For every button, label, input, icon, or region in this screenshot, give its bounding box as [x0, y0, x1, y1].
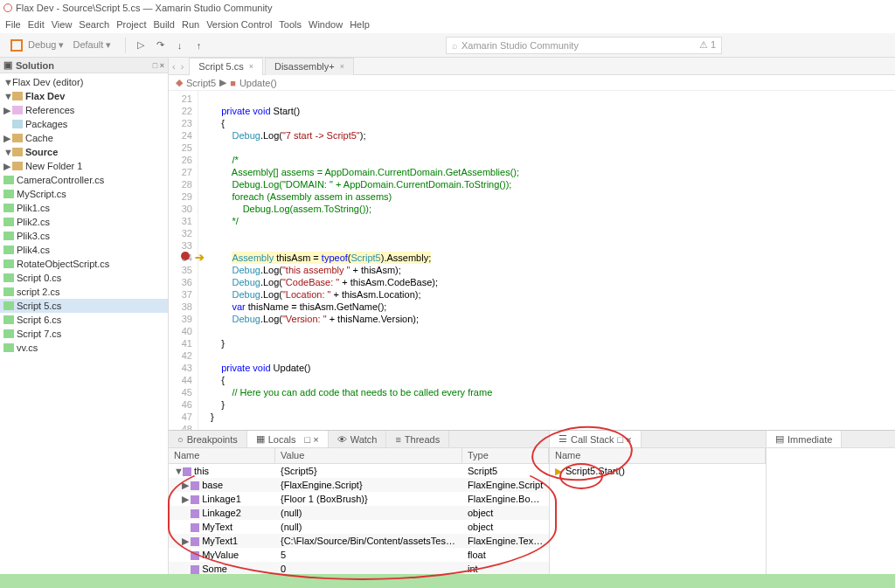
tab-ctrls[interactable]: □ ×: [305, 434, 319, 445]
locals-row[interactable]: MyValue5float: [169, 548, 549, 562]
locals-row[interactable]: ▶MyText1{C:\Flax/Source/Bin/Content/asse…: [169, 534, 549, 548]
cs-file-icon: [3, 190, 14, 198]
locals-row[interactable]: ▶Linkage1{Floor 1 (BoxBrush)}FlaxEngine.…: [169, 492, 549, 506]
locals-row[interactable]: ▼this{Script5}Script5: [169, 464, 549, 478]
tab-immediate[interactable]: ▤Immediate: [767, 431, 842, 447]
tab-callstack[interactable]: ☰Call Stack□ ×: [550, 431, 642, 447]
file-node[interactable]: MyScript.cs: [0, 187, 168, 201]
locals-rows[interactable]: ▼this{Script5}Script5 ▶base{FlaxEngine.S…: [169, 464, 549, 574]
step-into-icon[interactable]: ↓: [172, 40, 186, 51]
step-out-icon[interactable]: ↑: [191, 40, 205, 51]
menu-versioncontrol[interactable]: Version Control: [206, 19, 272, 30]
file-node[interactable]: Plik3.cs: [0, 229, 168, 243]
close-tab-icon[interactable]: ×: [249, 62, 253, 71]
immediate-body[interactable]: [767, 448, 895, 574]
file-node[interactable]: Plik2.cs: [0, 215, 168, 229]
breakpoint-icon[interactable]: [181, 252, 190, 260]
crumb-method[interactable]: Update(): [239, 78, 277, 88]
crumb-class[interactable]: Script5: [186, 78, 216, 88]
tab-ctrls[interactable]: □ ×: [618, 434, 632, 445]
menu-project[interactable]: Project: [116, 19, 146, 30]
file-node-active[interactable]: Script 5.cs: [0, 299, 168, 313]
sln-root[interactable]: ▼Flax Dev (editor): [0, 75, 168, 89]
refs-node[interactable]: ▶References: [0, 103, 168, 117]
solution-panel: ▣ Solution □ × ▼Flax Dev (editor) ▼Flax …: [0, 58, 169, 574]
file-node[interactable]: Plik1.cs: [0, 201, 168, 215]
file-node[interactable]: Script 6.cs: [0, 313, 168, 327]
locals-row[interactable]: Linkage2(null)object: [169, 506, 549, 520]
tab-locals[interactable]: ▦Locals□ ×: [247, 431, 329, 447]
stop-button-icon[interactable]: [10, 39, 23, 52]
col-name[interactable]: Name: [550, 448, 766, 463]
col-type[interactable]: Type: [462, 448, 549, 463]
col-value[interactable]: Value: [275, 448, 462, 463]
menu-file[interactable]: File: [5, 19, 21, 30]
solution-header: ▣ Solution □ ×: [0, 58, 168, 73]
file-node[interactable]: CameraController.cs: [0, 173, 168, 187]
cs-file-icon: [3, 204, 14, 212]
folder-icon: [12, 134, 23, 142]
pkg-node[interactable]: Packages: [0, 117, 168, 131]
menubar[interactable]: File Edit View Search Project Build Run …: [0, 16, 895, 33]
tab-watch[interactable]: 👁Watch: [329, 431, 387, 447]
cache-node[interactable]: ▶Cache: [0, 131, 168, 145]
menu-window[interactable]: Window: [309, 19, 343, 30]
editor-area: ‹› Script 5.cs× Disassembly+× ◆Script5 ▶…: [169, 58, 895, 574]
cs-file-icon: [3, 329, 14, 338]
callstack-icon: ☰: [559, 433, 567, 445]
config-dropdown[interactable]: Debug ▾: [28, 39, 64, 51]
locals-row[interactable]: MyText(null)object: [169, 520, 549, 534]
step-over-icon[interactable]: ↷: [153, 39, 167, 51]
search-box[interactable]: ⌕ Xamarin Studio Community ⚠ 1: [446, 37, 722, 54]
warning-icon[interactable]: ⚠ 1: [699, 39, 716, 51]
breakpoint-margin[interactable]: ➔: [198, 91, 211, 430]
nav-fwd-icon[interactable]: ›: [181, 61, 184, 72]
method-icon: ■: [230, 78, 236, 88]
panel-controls[interactable]: □ ×: [153, 61, 164, 70]
menu-view[interactable]: View: [52, 19, 73, 30]
menu-tools[interactable]: Tools: [279, 19, 302, 30]
file-node[interactable]: Script 7.cs: [0, 327, 168, 341]
tab-threads[interactable]: ≡Threads: [386, 431, 449, 447]
file-node[interactable]: Plik4.cs: [0, 243, 168, 257]
file-node[interactable]: RotateObjectScript.cs: [0, 257, 168, 271]
titlebar: Flax Dev - Source\Script 5.cs — Xamarin …: [0, 0, 895, 16]
breadcrumb[interactable]: ◆Script5 ▶ ■Update(): [169, 75, 895, 91]
stack-frame[interactable]: ▶Script5.Start(): [550, 464, 766, 478]
target-dropdown[interactable]: Default ▾: [73, 39, 111, 51]
file-node[interactable]: vv.cs: [0, 341, 168, 355]
menu-run[interactable]: Run: [182, 19, 199, 30]
line-gutter: 2122232425262728293031323334353637383940…: [169, 91, 198, 430]
current-frame-icon: ▶: [555, 466, 562, 477]
tab-disassembly[interactable]: Disassembly+×: [265, 58, 354, 75]
cs-file-icon: [3, 218, 14, 226]
folder-node[interactable]: ▶New Folder 1: [0, 159, 168, 173]
locals-row[interactable]: Some0int: [169, 562, 549, 574]
toolbar-separator: [125, 38, 126, 53]
solution-title: Solution: [16, 60, 54, 71]
menu-help[interactable]: Help: [350, 19, 370, 30]
code-editor[interactable]: 2122232425262728293031323334353637383940…: [169, 91, 895, 430]
proj-node[interactable]: ▼Flax Dev: [0, 89, 168, 103]
file-node[interactable]: Script 0.cs: [0, 271, 168, 285]
references-icon: [12, 106, 23, 114]
menu-build[interactable]: Build: [153, 19, 174, 30]
menu-edit[interactable]: Edit: [28, 19, 45, 30]
continue-button-icon[interactable]: ▷: [134, 39, 148, 51]
tab-breakpoints[interactable]: ○Breakpoints: [169, 431, 247, 447]
app-logo-icon: [3, 3, 12, 12]
nav-back-icon[interactable]: ‹: [172, 61, 176, 72]
code-lines[interactable]: private void private void Start()Start()…: [211, 91, 895, 430]
col-name[interactable]: Name: [169, 448, 275, 463]
src-node[interactable]: ▼Source: [0, 145, 168, 159]
close-tab-icon[interactable]: ×: [340, 62, 344, 71]
tab-script5[interactable]: Script 5.cs×: [189, 58, 263, 75]
menu-search[interactable]: Search: [79, 19, 109, 30]
solution-tree[interactable]: ▼Flax Dev (editor) ▼Flax Dev ▶References…: [0, 73, 168, 574]
packages-icon: [12, 120, 23, 128]
editor-tabstrip[interactable]: ‹› Script 5.cs× Disassembly+×: [169, 58, 895, 75]
pin-icon[interactable]: ▣: [3, 59, 12, 71]
locals-row[interactable]: ▶base{FlaxEngine.Script}FlaxEngine.Scrip…: [169, 478, 549, 492]
threads-icon: ≡: [395, 434, 400, 445]
file-node[interactable]: script 2.cs: [0, 285, 168, 299]
